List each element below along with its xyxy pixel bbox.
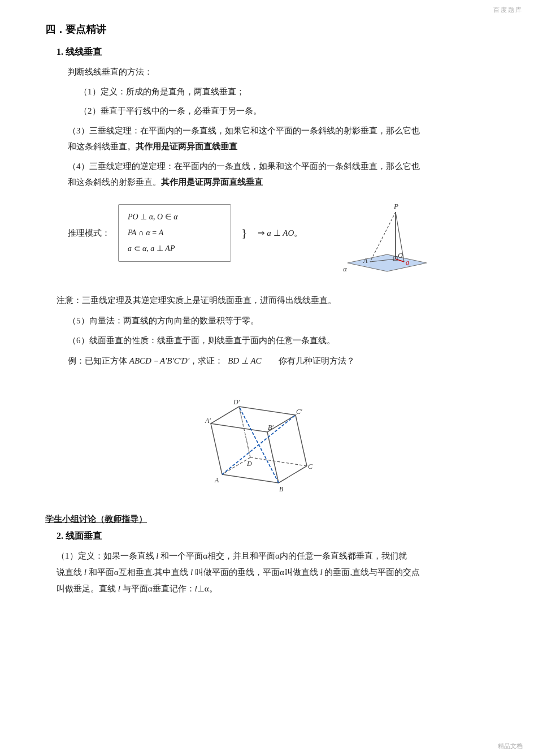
svg-line-20 [279, 466, 307, 483]
example-line: 例：已知正方体 ABCD－A′B′C′D′，求证：BD ⊥ AC 你有几种证明方… [68, 353, 489, 369]
svg-line-19 [222, 474, 279, 483]
svg-line-22 [222, 415, 296, 474]
item-3: （3）三垂线定理：在平面内的一条直线，如果它和这个平面的一条斜线的射影垂直，那么… [68, 123, 500, 155]
reasoning-label: 推理模式： [68, 224, 110, 241]
svg-text:O: O [398, 252, 403, 260]
cube-diagram-container: A′ B′ C′ D′ A B C D [45, 378, 500, 503]
item-1: （1）定义：所成的角是直角，两直线垂直； [79, 84, 500, 100]
svg-marker-0 [348, 254, 427, 271]
svg-line-23 [239, 407, 250, 457]
intro-line: 判断线线垂直的方法： [68, 64, 500, 80]
svg-text:α: α [343, 265, 348, 273]
reasoning-formula: PO ⊥ α, O ∈ α PA ∩ α = A a ⊂ α, a ⊥ AP [118, 204, 231, 262]
svg-text:D: D [246, 460, 252, 468]
svg-text:P: P [393, 202, 398, 210]
svg-text:A′: A′ [205, 417, 211, 425]
svg-line-18 [296, 415, 307, 466]
sub2-title: 2. 线面垂直 [57, 530, 500, 542]
item-5: （5）向量法：两直线的方向向量的数量积等于零。 [68, 313, 500, 329]
item-6: （6）线面垂直的性质：线垂直于面，则线垂直于面内的任意一条直线。 [68, 332, 500, 349]
top-watermark: 百度题库 [493, 6, 523, 14]
sub1-title: 1. 线线垂直 [57, 46, 500, 58]
note-text: 注意：三垂线定理及其逆定理实质上是证明线面垂直，进而得出线线垂直。 [57, 292, 489, 309]
svg-text:B′: B′ [268, 424, 273, 431]
svg-line-13 [222, 457, 250, 474]
item-4: （4）三垂线定理的逆定理：在平面内的一条直线，如果和这个平面的一条斜线垂直，那么… [68, 158, 500, 191]
svg-line-14 [250, 457, 307, 466]
svg-text:D′: D′ [233, 398, 240, 406]
cube-diagram: A′ B′ C′ D′ A B C D [199, 378, 346, 503]
group-discuss-label: 学生小组讨论（教师指导） [45, 514, 500, 525]
svg-text:C: C [308, 463, 313, 470]
svg-line-16 [211, 424, 222, 474]
svg-text:B: B [279, 485, 284, 493]
plane-diagram: P O A a α [331, 201, 444, 282]
svg-text:A: A [363, 257, 368, 265]
section-title: 四．要点精讲 [45, 23, 500, 36]
reasoning-block: 推理模式： PO ⊥ α, O ∈ α PA ∩ α = A a ⊂ α, a … [68, 201, 500, 282]
svg-text:A: A [214, 476, 219, 484]
svg-line-17 [267, 432, 279, 483]
svg-text:a: a [406, 258, 409, 266]
item-2: （2）垂直于平行线中的一条，必垂直于另一条。 [79, 103, 500, 119]
svg-marker-15 [211, 407, 296, 432]
def1-text: （1）定义：如果一条直线 l 和一个平面α相交，并且和平面α内的任意一条直线都垂… [57, 548, 500, 598]
svg-line-4 [370, 212, 396, 262]
svg-text:C′: C′ [296, 408, 302, 416]
reasoning-conclusion: ⇒ a ⊥ AO。 [258, 224, 303, 241]
